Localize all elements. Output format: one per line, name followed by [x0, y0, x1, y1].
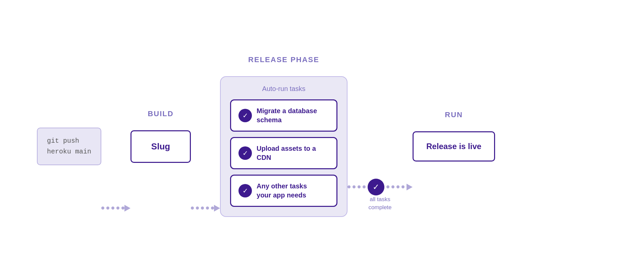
task-text-2: Upload assets to aCDN	[257, 144, 316, 162]
dots-2	[191, 207, 214, 210]
dots-check-row: ✓	[347, 179, 413, 195]
run-label: RUN	[445, 110, 463, 121]
release-phase-label: RELEASE PHASE	[248, 55, 319, 66]
dot	[347, 185, 351, 188]
dot	[386, 185, 389, 188]
check-icon-1: ✓	[238, 109, 252, 122]
arrow-1	[101, 205, 130, 212]
dot	[401, 185, 405, 188]
arrow-2	[191, 205, 220, 212]
check-icon-3: ✓	[238, 184, 252, 197]
release-phase-column: RELEASE PHASE Auto-run tasks ✓ Migrate a…	[220, 55, 347, 217]
tasks-complete-label: all tasks complete	[360, 195, 400, 212]
task-item-1: ✓ Migrate a databaseschema	[230, 99, 337, 132]
live-box: Release is live	[413, 131, 495, 162]
dot	[211, 207, 214, 210]
dot	[206, 207, 209, 210]
git-push-box: git push heroku main	[37, 128, 101, 165]
dot	[391, 185, 394, 188]
task-item-3: ✓ Any other tasksyour app needs	[230, 175, 337, 207]
release-container: Auto-run tasks ✓ Migrate a databaseschem…	[220, 76, 347, 217]
dot	[396, 185, 399, 188]
dots-3b	[386, 185, 405, 188]
build-label: BUILD	[148, 109, 173, 120]
task-text-1: Migrate a databaseschema	[257, 106, 317, 125]
diagram: . git push heroku main BUILD Slug	[37, 55, 607, 217]
dot	[111, 207, 114, 210]
arrow-head	[124, 205, 130, 212]
arrow-head	[214, 205, 220, 212]
git-push-column: . git push heroku main	[37, 107, 101, 165]
dot	[121, 207, 124, 210]
dots-1	[101, 207, 124, 210]
dot	[191, 207, 194, 210]
dot	[101, 207, 104, 210]
run-column: RUN Release is live	[413, 110, 495, 162]
dot	[358, 185, 361, 188]
auto-run-label: Auto-run tasks	[262, 85, 306, 93]
task-text-3: Any other tasksyour app needs	[257, 182, 307, 200]
arrow-head	[407, 184, 413, 190]
all-tasks-check-icon: ✓	[368, 179, 384, 195]
build-column: BUILD Slug	[130, 109, 191, 163]
arrow-check-section: ✓ all tasks complete	[347, 179, 413, 212]
slug-box: Slug	[130, 130, 191, 163]
dots-3a	[347, 185, 366, 188]
dot	[353, 185, 356, 188]
check-icon-2: ✓	[238, 146, 252, 160]
dot	[363, 185, 366, 188]
dot	[106, 207, 109, 210]
dot	[116, 207, 119, 210]
dot	[196, 207, 199, 210]
task-item-2: ✓ Upload assets to aCDN	[230, 137, 337, 169]
dot	[201, 207, 204, 210]
